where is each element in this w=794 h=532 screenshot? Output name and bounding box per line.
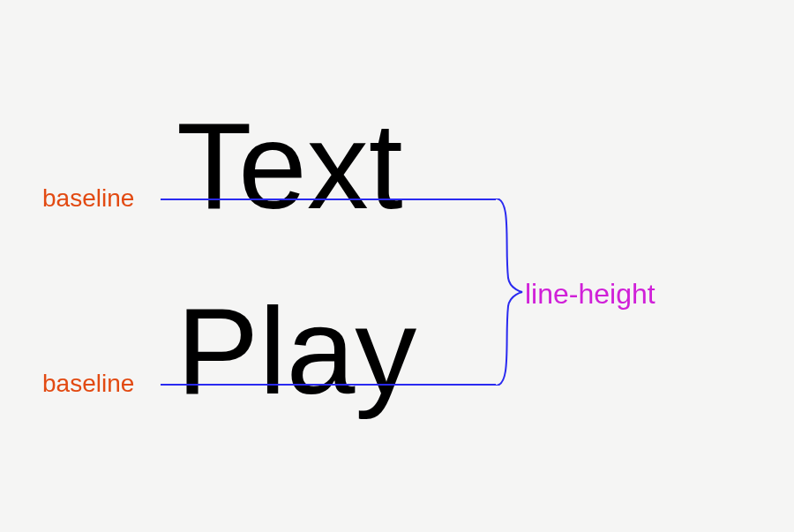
- baseline-label-2: baseline: [42, 370, 134, 398]
- baseline-rule-2: [161, 384, 496, 386]
- sample-word-2: Play: [176, 289, 416, 413]
- sample-word-1: Text: [176, 104, 403, 228]
- baseline-label-1: baseline: [42, 184, 134, 213]
- line-height-diagram: Text Play baseline baseline line-height: [0, 0, 794, 532]
- line-height-label: line-height: [525, 278, 655, 311]
- curly-brace-icon: [494, 199, 529, 386]
- baseline-rule-1: [161, 199, 496, 200]
